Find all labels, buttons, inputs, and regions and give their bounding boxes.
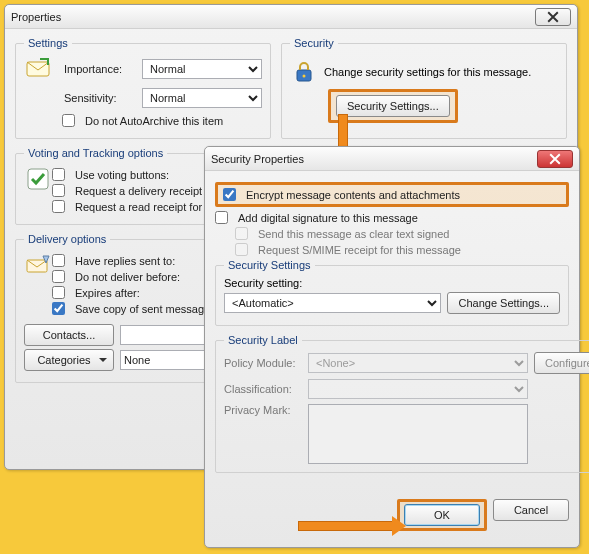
sign-checkbox[interactable] [215,211,228,224]
importance-select[interactable]: Normal [142,59,262,79]
padlock-icon [290,58,318,86]
delivery-legend: Delivery options [24,233,110,245]
arrow-right-icon [392,516,406,536]
sensitivity-select[interactable]: Normal [142,88,262,108]
callout-arrow-2 [298,521,394,531]
save-copy-checkbox[interactable] [52,302,65,315]
security-label-group: Security Label Policy Module: <None> Con… [215,334,589,473]
settings-group: Settings Importance: Normal Sensitivity:… [15,37,271,139]
policy-module-label: Policy Module: [224,357,302,369]
read-receipt-checkbox[interactable] [52,200,65,213]
security-desc: Change security settings for this messag… [324,66,531,78]
no-deliver-label: Do not deliver before: [75,271,180,283]
smime-checkbox [235,243,248,256]
close-button[interactable] [537,150,573,168]
no-deliver-checkbox[interactable] [52,270,65,283]
replies-checkbox[interactable] [52,254,65,267]
properties-title: Properties [11,11,535,23]
secprops-titlebar: Security Properties [205,147,579,171]
close-icon [549,153,561,165]
categories-button[interactable]: Categories [24,349,114,371]
security-label-legend: Security Label [224,334,302,346]
delivery-icon [24,251,52,279]
encrypt-checkbox[interactable] [223,188,236,201]
voting-icon [24,165,52,193]
cancel-button[interactable]: Cancel [493,499,569,521]
security-legend: Security [290,37,338,49]
save-copy-label: Save copy of sent message [75,303,210,315]
importance-label: Importance: [64,63,142,75]
cleartext-checkbox [235,227,248,240]
security-settings-group: Security Settings Security setting: <Aut… [215,259,569,326]
classification-select [308,379,528,399]
delivery-receipt-checkbox[interactable] [52,184,65,197]
privacy-mark-label: Privacy Mark: [224,404,302,416]
encrypt-label: Encrypt message contents and attachments [246,189,460,201]
svg-point-2 [303,75,306,78]
change-settings-button[interactable]: Change Settings... [447,292,560,314]
settings-legend: Settings [24,37,72,49]
expires-label: Expires after: [75,287,140,299]
sign-label: Add digital signature to this message [238,212,418,224]
voting-legend: Voting and Tracking options [24,147,167,159]
security-group: Security Change security settings for th… [281,37,567,139]
autoarchive-label: Do not AutoArchive this item [85,115,223,127]
properties-titlebar: Properties [5,5,577,29]
use-voting-checkbox[interactable] [52,168,65,181]
security-properties-window: Security Properties Encrypt message cont… [204,146,580,548]
privacy-mark-field [308,404,528,464]
replies-label: Have replies sent to: [75,255,175,267]
smime-label: Request S/MIME receipt for this message [258,244,461,256]
close-icon [547,11,559,23]
security-settings-button[interactable]: Security Settings... [336,95,450,117]
security-setting-select[interactable]: <Automatic> [224,293,441,313]
close-button[interactable] [535,8,571,26]
settings-icon [24,55,52,83]
security-settings-legend: Security Settings [224,259,315,271]
expires-checkbox[interactable] [52,286,65,299]
contacts-button[interactable]: Contacts... [24,324,114,346]
configure-button: Configure... [534,352,589,374]
autoarchive-checkbox[interactable] [62,114,75,127]
policy-module-select: <None> [308,353,528,373]
secprops-title: Security Properties [211,153,537,165]
cleartext-label: Send this message as clear text signed [258,228,449,240]
security-setting-label: Security setting: [224,277,560,289]
sensitivity-label: Sensitivity: [64,92,142,104]
classification-label: Classification: [224,383,302,395]
use-voting-label: Use voting buttons: [75,169,169,181]
ok-button[interactable]: OK [404,504,480,526]
encrypt-highlight: Encrypt message contents and attachments [215,182,569,207]
